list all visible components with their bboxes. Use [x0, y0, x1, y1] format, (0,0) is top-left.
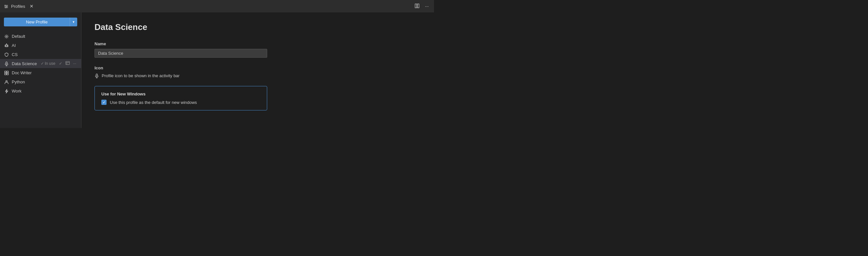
- svg-point-11: [7, 45, 7, 46]
- svg-rect-25: [7, 73, 8, 75]
- use-for-windows-checkbox-label: Use this profile as the default for new …: [110, 100, 197, 105]
- apply-profile-button[interactable]: ✓: [58, 61, 63, 66]
- svg-rect-19: [66, 62, 69, 65]
- new-profile-dropdown-button[interactable]: ▾: [70, 18, 77, 26]
- profile-name-python: Python: [12, 79, 77, 84]
- sidebar: New Profile ▾ Default: [0, 12, 82, 128]
- svg-rect-6: [415, 4, 417, 8]
- profile-item-python[interactable]: Python: [0, 77, 81, 86]
- more-button[interactable]: ···: [424, 3, 430, 9]
- titlebar-left: Profiles ✕: [4, 3, 35, 9]
- use-for-windows-title: Use for New Windows: [101, 92, 260, 96]
- main-content: New Profile ▾ Default: [0, 12, 434, 128]
- svg-point-13: [6, 44, 6, 44]
- titlebar-right: ···: [413, 3, 430, 10]
- name-input[interactable]: [94, 49, 267, 58]
- gear-icon: [4, 34, 9, 39]
- new-profile-container: New Profile ▾: [4, 18, 77, 26]
- profile-list: Default A: [0, 32, 81, 95]
- checkmark-icon: ✓: [41, 61, 44, 66]
- titlebar-title: Profiles: [11, 4, 25, 9]
- icon-description: Profile icon to be shown in the activity…: [102, 73, 180, 78]
- profile-name-default: Default: [12, 34, 77, 39]
- rename-profile-button[interactable]: [64, 60, 71, 67]
- name-section: Name: [94, 41, 421, 58]
- profile-item-ai[interactable]: AI: [0, 41, 81, 50]
- person-icon: [4, 79, 9, 84]
- window: Profiles ✕ ··· New Profile ▾: [0, 0, 434, 128]
- profile-actions: ✓ ···: [58, 60, 77, 67]
- profile-name-cs: CS: [12, 52, 77, 57]
- profiles-icon: [4, 4, 8, 9]
- svg-rect-23: [7, 71, 8, 73]
- profile-name-ai: AI: [12, 43, 77, 48]
- svg-rect-16: [6, 62, 7, 64]
- in-use-status: ✓ In use: [41, 61, 55, 66]
- icon-display: Profile icon to be shown in the activity…: [94, 73, 421, 78]
- profile-item-data-science[interactable]: Data Science ✓ In use ✓: [0, 59, 81, 68]
- profile-item-cs[interactable]: CS: [0, 50, 81, 59]
- layout-button[interactable]: [413, 3, 421, 10]
- svg-point-8: [6, 36, 7, 37]
- lightning-icon: [4, 88, 9, 94]
- profile-item-default[interactable]: Default: [0, 32, 81, 41]
- icon-label: Icon: [94, 65, 421, 70]
- svg-rect-22: [5, 71, 6, 73]
- icon-section: Icon Profile icon to be shown in the act…: [94, 65, 421, 78]
- svg-rect-24: [5, 73, 6, 75]
- checkbox-row: ✓ Use this profile as the default for ne…: [101, 100, 260, 105]
- profile-name-data-science: Data Science: [12, 61, 38, 66]
- svg-point-26: [6, 81, 7, 82]
- profile-detail-title: Data Science: [94, 22, 421, 32]
- profile-item-work[interactable]: Work: [0, 86, 81, 95]
- svg-rect-7: [417, 4, 419, 8]
- profile-name-doc-writer: Doc Writer: [12, 70, 77, 75]
- use-for-windows-checkbox[interactable]: ✓: [101, 100, 106, 105]
- titlebar: Profiles ✕ ···: [0, 0, 434, 12]
- name-label: Name: [94, 41, 421, 46]
- use-for-windows-section: Use for New Windows ✓ Use this profile a…: [94, 86, 267, 110]
- mic-icon: [4, 61, 9, 66]
- new-profile-button[interactable]: New Profile: [4, 18, 70, 26]
- grid-icon: [4, 70, 9, 75]
- close-button[interactable]: ✕: [28, 3, 35, 9]
- more-profile-button[interactable]: ···: [72, 61, 77, 66]
- svg-point-10: [5, 45, 6, 46]
- shield-icon: [4, 52, 9, 57]
- profile-name-work: Work: [12, 89, 77, 94]
- checkbox-checkmark-icon: ✓: [103, 101, 105, 104]
- robot-icon: [4, 43, 9, 48]
- mic-display-icon: [94, 73, 99, 78]
- svg-rect-27: [96, 74, 97, 76]
- profile-item-doc-writer[interactable]: Doc Writer: [0, 68, 81, 77]
- detail-panel: Data Science Name Icon: [82, 12, 434, 128]
